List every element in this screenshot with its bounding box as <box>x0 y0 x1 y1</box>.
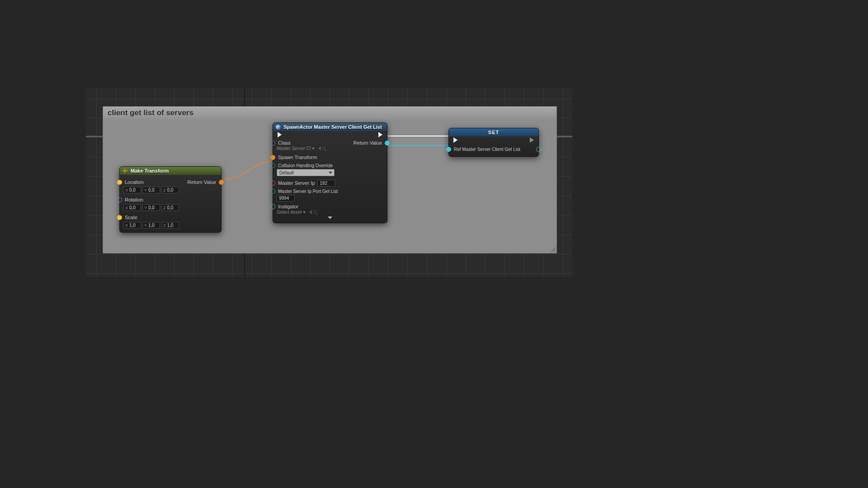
pin-collision-in[interactable] <box>270 163 275 168</box>
label-return-value: Return Value <box>188 179 216 185</box>
label-spawn-transform: Spawn Transform <box>278 155 317 160</box>
scale-z[interactable]: Z <box>161 222 179 229</box>
pin-ref-out[interactable] <box>536 147 541 152</box>
location-y[interactable]: Y <box>142 187 160 193</box>
pin-return-value-out[interactable] <box>385 141 390 145</box>
class-dropdown[interactable]: Master Server Cl <box>277 146 315 151</box>
node-spawn-actor[interactable]: SpawnActor Master Server Client Get List… <box>273 122 387 223</box>
label-master-ip: Master Server Ip <box>278 180 315 186</box>
pin-port-in[interactable] <box>270 189 275 194</box>
node-title: Make Transform <box>131 168 169 174</box>
label-return-value: Return Value <box>354 140 382 145</box>
pin-rotation-in[interactable] <box>117 197 122 202</box>
pin-master-ip-in[interactable] <box>270 181 275 186</box>
exec-in-pin[interactable] <box>278 132 282 137</box>
location-x[interactable]: X <box>123 187 141 193</box>
use-selected-icon[interactable] <box>317 146 321 150</box>
function-icon <box>276 125 281 130</box>
node-header[interactable]: SpawnActor Master Server Client Get List <box>273 123 387 131</box>
pin-scale-in[interactable] <box>117 215 122 220</box>
expand-node-icon[interactable] <box>328 216 332 219</box>
label-port: Master Server Ip Port Get List <box>278 189 338 194</box>
rotation-x[interactable]: X <box>123 204 141 211</box>
rotation-z[interactable]: Z <box>161 204 179 211</box>
node-title: SpawnActor Master Server Client Get List <box>283 124 382 130</box>
node-make-transform[interactable]: Make Transform Location Return Value X Y… <box>119 166 222 233</box>
browse-icon[interactable] <box>322 146 326 150</box>
pin-ref-in[interactable] <box>446 147 451 152</box>
scale-y[interactable]: Y <box>142 222 160 229</box>
label-collision: Collision Handling Override <box>278 163 333 168</box>
label-ref: Ref Master Server Client Get List <box>454 147 520 152</box>
node-header[interactable]: Make Transform <box>120 167 221 175</box>
pin-instigator-in[interactable] <box>270 204 275 209</box>
comment-title[interactable]: client get list of servers <box>103 107 557 120</box>
label-location: Location <box>125 179 144 185</box>
label-rotation: Rotation <box>125 197 143 202</box>
pin-return-value-out[interactable] <box>219 180 224 185</box>
exec-out-pin[interactable] <box>378 132 382 137</box>
transform-icon <box>123 169 128 173</box>
pin-class-in[interactable] <box>270 141 275 145</box>
instigator-dropdown[interactable]: Select Asset <box>277 210 306 215</box>
exec-out-pin[interactable] <box>530 137 534 143</box>
master-ip-input[interactable] <box>317 180 335 187</box>
rotation-vector: X Y Z <box>123 204 217 211</box>
node-set-variable[interactable]: SET Ref Master Server Client Get List <box>448 128 539 157</box>
location-z[interactable]: Z <box>161 187 179 193</box>
label-class: Class <box>278 140 291 145</box>
scale-x[interactable]: X <box>123 222 141 229</box>
port-input[interactable] <box>277 195 295 202</box>
location-vector: X Y Z <box>123 187 217 193</box>
use-selected-icon[interactable] <box>308 210 312 214</box>
pin-spawn-transform-in[interactable] <box>270 155 275 160</box>
rotation-y[interactable]: Y <box>142 204 160 211</box>
scale-vector: X Y Z <box>123 222 217 229</box>
exec-in-pin[interactable] <box>453 137 458 143</box>
pin-location-in[interactable] <box>117 180 122 185</box>
label-instigator: Instigator <box>278 204 298 209</box>
node-title: SET <box>488 130 499 135</box>
collision-dropdown[interactable]: Default <box>277 169 335 176</box>
label-scale: Scale <box>125 215 137 220</box>
resize-handle-icon[interactable] <box>550 247 556 252</box>
node-header[interactable]: SET <box>449 128 538 136</box>
browse-icon[interactable] <box>313 210 316 213</box>
